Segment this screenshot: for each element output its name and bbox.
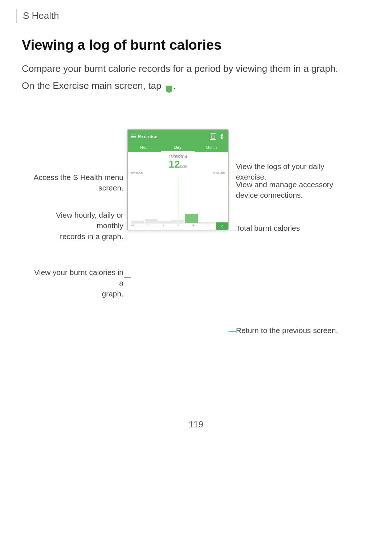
annotation-return-screen: Return to the previous screen. [236, 325, 352, 336]
graph-content: 13/03/2014 12kcal 700 KCAL 5:30 MIN [128, 152, 228, 230]
back-button[interactable]: ‹ [216, 222, 228, 230]
hline-view-logs [219, 172, 236, 172]
hamburger-icon [131, 135, 136, 138]
svg-rect-1 [211, 135, 215, 138]
app-title-label: Exercise [138, 134, 158, 139]
graph-unit: kcal [180, 164, 187, 168]
annotation-view-graph: View your burnt calories in agraph. [33, 267, 123, 299]
tab-hour[interactable]: Hour [128, 143, 161, 152]
current-time-line [178, 176, 178, 223]
phone-mockup: Exercise Hour Day Month [127, 129, 229, 230]
graph-stats: 700 KCAL 5:30 MIN [131, 172, 225, 175]
line-view-records [124, 220, 131, 220]
tab-day[interactable]: Day [161, 143, 195, 152]
header-prefix: S [23, 10, 32, 21]
tab-bar: Hour Day Month [128, 143, 228, 152]
graph-value: 12kcal [131, 159, 225, 170]
annotation-view-manage: View and manage accessorydevice connecti… [236, 179, 352, 201]
x-axis-labels: 09 10 11 12 13 14 15 [131, 223, 225, 227]
bluetooth-icon [219, 133, 225, 140]
hline-view-manage [229, 188, 236, 188]
svg-marker-0 [166, 86, 172, 93]
annotation-total-calories: Total burnt calories [236, 223, 338, 233]
hline-total-calories [229, 230, 236, 230]
back-arrow-icon: ‹ [221, 223, 223, 229]
app-header: Exercise [128, 130, 228, 143]
section-title: Viewing a log of burnt calories [22, 37, 370, 53]
bar-chart [131, 176, 225, 223]
page-number: 119 [0, 419, 392, 430]
description-line2: On the Exercise main screen, tap . [22, 79, 370, 93]
tab-month[interactable]: Month [195, 143, 228, 152]
description-line1: Compare your burnt calorie records for a… [22, 62, 370, 76]
annotation-access-menu: Access the S Health menuscreen. [33, 172, 123, 193]
calendar-icon [210, 133, 216, 140]
header-border [16, 9, 17, 23]
hline-return-screen [229, 331, 236, 332]
header-title: Health [32, 10, 59, 21]
line-view-graph [124, 277, 131, 278]
vline-view-logs [219, 129, 219, 173]
tap-icon [166, 86, 173, 93]
line-access-menu [124, 180, 131, 180]
annotation-view-records: View hourly, daily or monthlyrecords in … [33, 210, 123, 242]
